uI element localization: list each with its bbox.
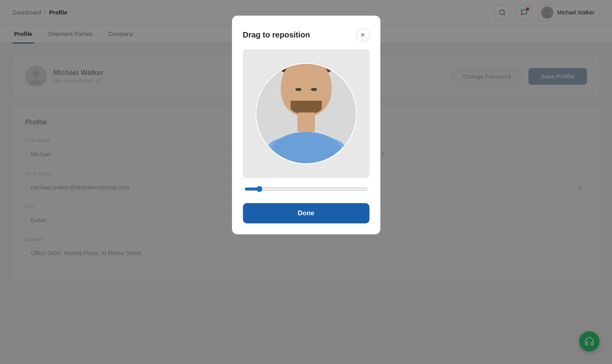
portrait-neck xyxy=(297,112,315,132)
portrait-eye-left xyxy=(295,88,302,91)
zoom-slider[interactable] xyxy=(244,186,368,192)
done-button[interactable]: Done xyxy=(243,203,369,223)
portrait xyxy=(257,64,356,163)
modal-close-button[interactable]: ✕ xyxy=(356,28,369,41)
modal-header: Drag to reposition ✕ xyxy=(243,28,369,41)
portrait-eye-right xyxy=(311,88,317,91)
close-icon: ✕ xyxy=(360,31,365,39)
zoom-slider-container xyxy=(243,186,369,194)
modal-title: Drag to reposition xyxy=(243,30,310,39)
crop-circle xyxy=(255,63,357,164)
modal-overlay: Drag to reposition ✕ xyxy=(0,0,612,364)
crop-area[interactable] xyxy=(243,49,369,178)
reposition-modal: Drag to reposition ✕ xyxy=(232,16,380,234)
